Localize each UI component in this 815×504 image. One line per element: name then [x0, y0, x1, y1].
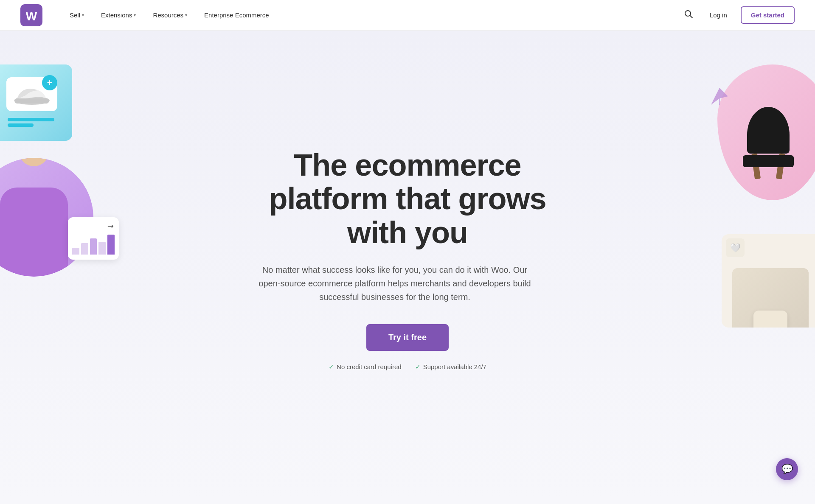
nav-right: Log in Get started: [681, 6, 795, 24]
chart-card: ↗: [68, 217, 119, 260]
nav-enterprise[interactable]: Enterprise Ecommerce: [197, 8, 276, 22]
nav-sell[interactable]: Sell ▾: [63, 8, 91, 22]
chair-back: [747, 107, 790, 154]
deco-product-card-right: 🤍: [722, 234, 815, 328]
deco-product-card-left: +: [0, 64, 72, 141]
add-product-icon[interactable]: +: [42, 75, 57, 90]
chart-bar-4: [98, 242, 106, 255]
soap-product: [753, 311, 787, 328]
resources-chevron-icon: ▾: [185, 13, 187, 17]
extensions-chevron-icon: ▾: [134, 13, 136, 17]
sell-chevron-icon: ▾: [82, 13, 84, 17]
chat-button[interactable]: 💬: [776, 458, 798, 480]
search-icon: [684, 10, 693, 18]
chat-icon: 💬: [781, 464, 793, 475]
hero-section: + ↗: [0, 31, 815, 497]
nav-resources[interactable]: Resources ▾: [146, 8, 194, 22]
trust-badge-no-credit-card: ✓ No credit card required: [329, 363, 402, 371]
person-head: [19, 158, 49, 166]
chart-bar-1: [72, 248, 79, 255]
sneaker-card: +: [4, 73, 59, 132]
svg-text:W: W: [26, 10, 37, 23]
login-button[interactable]: Log in: [705, 8, 732, 22]
nav-links: Sell ▾ Extensions ▾ Resources ▾ Enterpri…: [63, 8, 681, 22]
card-lines: [8, 118, 54, 129]
svg-line-3: [690, 16, 692, 18]
hero-subtitle: No matter what success looks like for yo…: [255, 263, 535, 304]
chart-bar-2: [81, 243, 88, 255]
hero-title: The ecommerce platform that grows with y…: [255, 148, 560, 249]
trust-badge-support: ✓ Support available 24/7: [415, 363, 486, 371]
check-icon-2: ✓: [415, 363, 421, 371]
check-icon-1: ✓: [329, 363, 334, 371]
chair-seat: [743, 155, 794, 167]
hero-content: The ecommerce platform that grows with y…: [255, 148, 560, 371]
nav-extensions[interactable]: Extensions ▾: [94, 8, 143, 22]
paper-plane-icon: [709, 86, 732, 109]
person-body: [0, 188, 68, 277]
deco-right-top: [705, 64, 815, 200]
get-started-button[interactable]: Get started: [741, 6, 795, 24]
try-it-free-button[interactable]: Try it free: [366, 324, 449, 351]
chart-bar-5: [107, 235, 115, 255]
trust-badges: ✓ No credit card required ✓ Support avai…: [255, 363, 560, 371]
chart-bars: [72, 231, 115, 255]
paper-plane-svg: [709, 86, 730, 107]
svg-rect-5: [15, 98, 49, 104]
navigation: W Sell ▾ Extensions ▾ Resources ▾ Enterp…: [0, 0, 815, 31]
trend-arrow-icon: ↗: [105, 221, 116, 232]
chair-illustration: [730, 107, 807, 192]
search-button[interactable]: [681, 6, 696, 24]
logo[interactable]: W: [20, 4, 42, 26]
product-image-right: [732, 268, 809, 328]
heart-icon: 🤍: [726, 238, 745, 257]
chart-bar-3: [90, 238, 97, 255]
